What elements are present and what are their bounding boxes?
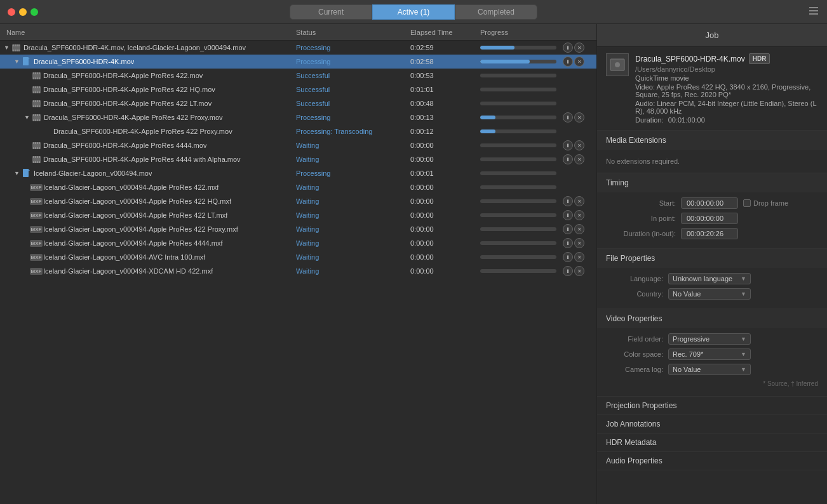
pause-button[interactable]: ⏸ (563, 238, 573, 248)
row-elapsed: 0:00:48 (410, 100, 480, 107)
row-status: Successful (296, 72, 410, 79)
field-order-select[interactable]: Progressive ▼ (668, 333, 751, 345)
pause-button[interactable]: ⏸ (563, 252, 573, 262)
row-progress-cell: ⏸✕ (480, 266, 593, 276)
stop-button[interactable]: ✕ (574, 238, 584, 248)
minimize-button[interactable] (19, 8, 27, 16)
table-row[interactable]: MXFIceland-Glacier-Lagoon_v000494-Apple … (0, 194, 596, 208)
row-progress-cell: ⏸✕ (480, 154, 593, 164)
svg-rect-53 (37, 142, 38, 144)
hdr-metadata-header[interactable]: HDR Metadata (597, 434, 827, 451)
table-row[interactable]: Dracula_SPF6000-HDR-4K-Apple ProRes 422.… (0, 69, 596, 83)
stop-button[interactable]: ✕ (574, 112, 584, 123)
job-list[interactable]: ▼Dracula_SPF6000-HDR-4K.mov, Iceland-Gla… (0, 41, 596, 504)
camera-log-select[interactable]: No Value ▼ (668, 364, 751, 375)
pause-button[interactable]: ⏸ (563, 224, 573, 234)
camera-log-label: Camera log: (606, 366, 663, 373)
stop-button[interactable]: ✕ (574, 56, 584, 67)
country-value: No Value (673, 290, 701, 298)
table-row[interactable]: Dracula_SPF6000-HDR-4K-Apple ProRes 422 … (0, 96, 596, 110)
pause-button[interactable]: ⏸ (563, 43, 573, 53)
pause-button[interactable]: ⏸ (563, 266, 573, 276)
table-row[interactable]: ▼Dracula_SPF6000-HDR-4K-Apple ProRes 422… (0, 110, 596, 124)
pause-button[interactable]: ⏸ (563, 210, 573, 220)
expand-icon[interactable]: ▼ (4, 44, 10, 51)
stop-button[interactable]: ✕ (574, 43, 584, 53)
fullscreen-button[interactable] (30, 8, 38, 16)
expand-icon[interactable]: ▼ (14, 170, 20, 176)
row-actions: ⏸✕ (563, 196, 584, 206)
progress-bar-container (480, 129, 556, 133)
country-select[interactable]: No Value ▼ (668, 288, 751, 300)
row-progress-cell (480, 88, 593, 91)
stop-button[interactable]: ✕ (574, 224, 584, 234)
table-row[interactable]: MXFIceland-Glacier-Lagoon_v000494-Apple … (0, 236, 596, 250)
row-status: Waiting (296, 197, 410, 205)
stop-button[interactable]: ✕ (574, 252, 584, 262)
stop-button[interactable]: ✕ (574, 266, 584, 276)
table-row[interactable]: ▼Dracula_SPF6000-HDR-4K.movProcessing0:0… (0, 55, 596, 69)
tab-current[interactable]: Current (290, 4, 372, 20)
job-annotations-title: Job Annotations (606, 420, 660, 428)
svg-rect-62 (37, 156, 38, 158)
svg-rect-68 (23, 169, 29, 177)
job-annotations-header[interactable]: Job Annotations (597, 415, 827, 433)
mxf-icon: MXF (32, 239, 41, 248)
file-properties-section: File Properties Language: Unknown langua… (597, 249, 827, 309)
svg-rect-18 (39, 72, 40, 74)
timing-start-value[interactable]: 00:00:00:00 (681, 197, 738, 209)
svg-rect-36 (39, 100, 40, 102)
table-row[interactable]: ▼Dracula_SPF6000-HDR-4K.mov, Iceland-Gla… (0, 41, 596, 55)
color-space-select[interactable]: Rec. 709* ▼ (668, 348, 751, 360)
row-name-text: Dracula_SPF6000-HDR-4K.mov (34, 58, 134, 65)
timing-inpoint-value[interactable]: 00:00:00:00 (681, 213, 738, 224)
row-name-cell: Dracula_SPF6000-HDR-4K-Apple ProRes 422 … (4, 85, 296, 94)
projection-properties-header[interactable]: Projection Properties (597, 397, 827, 414)
pause-button[interactable]: ⏸ (563, 154, 573, 164)
pause-button[interactable]: ⏸ (563, 56, 573, 67)
pause-button[interactable]: ⏸ (563, 140, 573, 150)
svg-point-71 (615, 62, 620, 67)
svg-rect-48 (37, 119, 38, 121)
timing-duration-value[interactable]: 00:00:20:26 (681, 228, 738, 239)
stop-button[interactable]: ✕ (574, 210, 584, 220)
table-row[interactable]: Dracula_SPF6000-HDR-4K-Apple ProRes 422 … (0, 124, 596, 138)
audio-properties-section: Audio Properties (597, 452, 827, 470)
stop-button[interactable]: ✕ (574, 154, 584, 164)
language-select[interactable]: Unknown language ▼ (668, 273, 751, 284)
row-name-text: Dracula_SPF6000-HDR-4K-Apple ProRes 422.… (43, 72, 203, 79)
pause-button[interactable]: ⏸ (563, 196, 573, 206)
table-row[interactable]: MXFIceland-Glacier-Lagoon_v000494-XDCAM … (0, 264, 596, 278)
traffic-lights (8, 8, 38, 16)
pause-button[interactable]: ⏸ (563, 112, 573, 123)
svg-rect-64 (33, 161, 34, 163)
table-row[interactable]: Dracula_SPF6000-HDR-4K-Apple ProRes 4444… (0, 152, 596, 166)
row-elapsed: 0:00:00 (410, 239, 480, 247)
tab-active[interactable]: Active (1) (372, 4, 455, 20)
job-duration-line: Duration: 00:01:00:00 (635, 116, 818, 124)
table-row[interactable]: ▼Iceland-Glacier-Lagoon_v000494.movProce… (0, 166, 596, 180)
audio-properties-header[interactable]: Audio Properties (597, 452, 827, 470)
col-header-name: Name (4, 29, 296, 36)
row-elapsed: 0:01:01 (410, 86, 480, 93)
tab-bar: Current Active (1) Completed (290, 4, 537, 20)
svg-rect-15 (33, 72, 34, 74)
tab-completed[interactable]: Completed (455, 4, 537, 20)
drop-frame-checkbox[interactable] (743, 199, 751, 207)
table-row[interactable]: MXFIceland-Glacier-Lagoon_v000494-Apple … (0, 222, 596, 236)
table-row[interactable]: MXFIceland-Glacier-Lagoon_v000494-Apple … (0, 208, 596, 222)
table-row[interactable]: MXFIceland-Glacier-Lagoon_v000494-Apple … (0, 180, 596, 194)
svg-rect-5 (15, 44, 16, 46)
expand-icon[interactable]: ▼ (24, 114, 30, 121)
stop-button[interactable]: ✕ (574, 196, 584, 206)
mxf-icon: MXF (32, 211, 41, 220)
table-row[interactable]: MXFIceland-Glacier-Lagoon_v000494-AVC In… (0, 250, 596, 264)
close-button[interactable] (8, 8, 15, 16)
progress-bar (480, 60, 530, 63)
svg-rect-9 (15, 50, 16, 51)
row-actions: ⏸✕ (563, 224, 584, 234)
stop-button[interactable]: ✕ (574, 140, 584, 150)
table-row[interactable]: Dracula_SPF6000-HDR-4K-Apple ProRes 422 … (0, 83, 596, 96)
table-row[interactable]: Dracula_SPF6000-HDR-4K-Apple ProRes 4444… (0, 138, 596, 152)
expand-icon[interactable]: ▼ (14, 58, 20, 65)
